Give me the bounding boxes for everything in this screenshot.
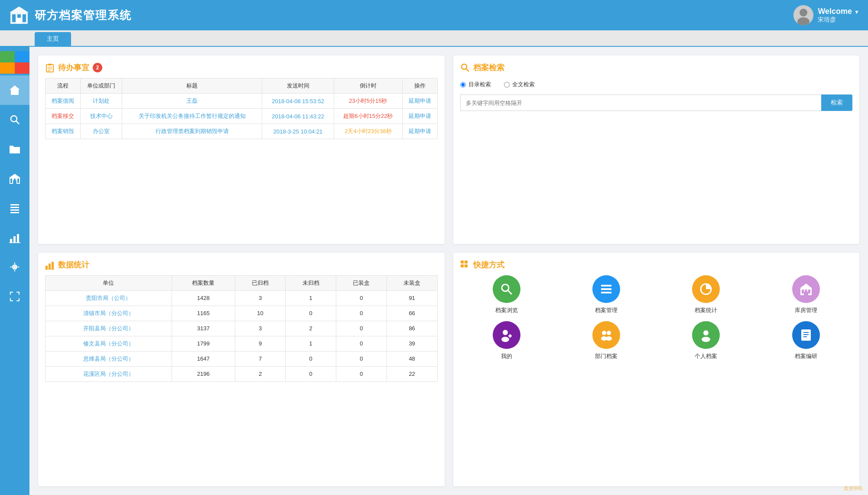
col-sendtime: 发送时间 [262, 78, 334, 94]
sidebar-color-tiles [0, 51, 29, 74]
cell-unboxed: 91 [387, 290, 437, 306]
cell-title[interactable]: 王磊 [122, 94, 262, 109]
tab-bar: 主页 [0, 30, 868, 47]
cell-total: 1647 [172, 351, 235, 366]
shortcut-label-7: 档案编研 [795, 352, 817, 360]
search-input-row: 检索 [460, 94, 853, 111]
username-label: 宋培彦 [818, 16, 859, 24]
cell-boxed: 0 [336, 336, 387, 351]
cell-unarchived: 0 [286, 306, 336, 321]
watermark: 盘斐弱电 [844, 485, 863, 492]
cell-dept[interactable]: 技术中心 [80, 109, 122, 124]
cell-sendtime: 2018-3-25 10:04:21 [262, 124, 334, 139]
table-row: 息烽县局（分公司） 1647 7 0 0 48 [46, 351, 438, 366]
cell-action[interactable]: 延期申请 [402, 109, 437, 124]
sidebar-item-archive[interactable] [0, 164, 29, 193]
shortcuts-title: 快捷方式 [460, 260, 853, 270]
shortcut-item-部门档案[interactable]: 部门档案 [560, 321, 653, 360]
col-action: 操作 [402, 78, 437, 94]
app-title: 研方档案管理系统 [35, 8, 132, 23]
cell-title[interactable]: 关于印发机关公务接待工作暂行规定的通知 [122, 109, 262, 124]
shortcuts-section: 快捷方式 档案浏览 档案管理 档案统计 库房管理 我的 部门档案 [453, 253, 860, 487]
shortcut-item-库房管理[interactable]: 库房管理 [760, 275, 852, 314]
shortcut-item-档案管理[interactable]: 档案管理 [560, 275, 653, 314]
svg-marker-4 [10, 7, 29, 13]
svg-rect-48 [601, 292, 611, 293]
svg-rect-5 [16, 18, 22, 24]
shortcut-item-档案统计[interactable]: 档案统计 [660, 275, 752, 314]
sidebar-item-search[interactable] [0, 105, 29, 134]
cell-dept[interactable]: 计划处 [80, 94, 122, 109]
sidebar-item-folder[interactable] [0, 134, 29, 164]
cell-unboxed: 39 [387, 336, 437, 351]
svg-point-34 [462, 64, 467, 69]
header-left: 研方档案管理系统 [9, 5, 132, 26]
table-row: 贵阳市局（公司） 1428 3 1 0 91 [46, 290, 438, 306]
search-button[interactable]: 检索 [821, 94, 852, 111]
svg-rect-24 [17, 234, 19, 243]
svg-rect-40 [461, 261, 464, 264]
cell-total: 2196 [172, 366, 235, 381]
cell-unit[interactable]: 花溪区局（分公司） [46, 366, 172, 381]
cell-unit[interactable]: 贵阳市局（公司） [46, 290, 172, 306]
search-icon [460, 63, 470, 72]
svg-rect-38 [52, 262, 54, 269]
user-info: Welcome ▼ 宋培彦 [818, 7, 859, 24]
cell-unit[interactable]: 开阳县局（分公司） [46, 321, 172, 336]
cell-action[interactable]: 延期申请 [402, 94, 437, 109]
clipboard-icon [45, 63, 55, 72]
radio-fulltext[interactable]: 全文检索 [504, 81, 535, 88]
cell-unboxed: 86 [387, 321, 437, 336]
svg-rect-36 [46, 266, 48, 269]
cell-unit[interactable]: 清镇市局（分公司） [46, 306, 172, 321]
radio-group: 目录检索 全文检索 [460, 81, 853, 88]
search-input[interactable] [460, 94, 822, 111]
welcome-label: Welcome ▼ [818, 7, 859, 16]
sidebar-item-stats[interactable] [0, 223, 29, 252]
cell-title[interactable]: 行政管理类档案到期销毁申请 [122, 124, 262, 139]
cell-unarchived: 0 [286, 351, 336, 366]
cell-countdown: 23小时5分15秒 [334, 94, 403, 109]
stats-col-boxed: 已装盒 [336, 275, 387, 290]
cell-boxed: 0 [336, 321, 387, 336]
col-title: 标题 [122, 78, 262, 94]
cell-unboxed: 66 [387, 306, 437, 321]
cell-unit[interactable]: 息烽县局（分公司） [46, 351, 172, 366]
sidebar-item-list[interactable] [0, 193, 29, 223]
svg-rect-41 [465, 261, 468, 264]
radio-catalog-input[interactable] [460, 82, 466, 88]
sidebar-item-home[interactable] [0, 75, 29, 105]
color-tile-red [15, 62, 29, 74]
cell-unarchived: 1 [286, 290, 336, 306]
sidebar-item-fullscreen[interactable] [0, 282, 29, 311]
radio-fulltext-input[interactable] [504, 82, 510, 88]
svg-point-65 [702, 337, 710, 342]
logo-icon [9, 5, 29, 26]
user-menu[interactable]: Welcome ▼ 宋培彦 [793, 5, 859, 25]
cell-dept[interactable]: 办公室 [80, 124, 122, 139]
svg-line-45 [508, 290, 512, 294]
search-section: 档案检索 目录检索 全文检索 检索 [453, 55, 860, 244]
cell-action[interactable]: 延期申请 [402, 124, 437, 139]
cell-unarchived: 2 [286, 321, 336, 336]
svg-point-7 [800, 9, 807, 16]
shortcut-item-个人档案[interactable]: 个人档案 [660, 321, 752, 360]
cell-flow[interactable]: 档案借阅 [46, 94, 81, 109]
shortcut-item-我的[interactable]: 我的 [460, 321, 553, 360]
svg-rect-30 [48, 64, 52, 65]
tab-home[interactable]: 主页 [35, 32, 71, 46]
cell-flow[interactable]: 档案移交 [46, 109, 81, 124]
sidebar-item-settings[interactable] [0, 252, 29, 282]
pending-title: 待办事宜 2 [45, 62, 438, 73]
shortcut-item-档案编研[interactable]: 档案编研 [760, 321, 852, 360]
svg-rect-42 [461, 264, 464, 267]
cell-flow[interactable]: 档案销毁 [46, 124, 81, 139]
stats-section: 数据统计 单位 档案数量 已归档 未归档 已装盒 未装盒 贵阳市局（公司） 14… [38, 253, 445, 487]
svg-rect-19 [10, 207, 19, 208]
shortcut-item-档案浏览[interactable]: 档案浏览 [460, 275, 553, 314]
cell-unit[interactable]: 修文县局（分公司） [46, 336, 172, 351]
sidebar [0, 47, 29, 495]
radio-catalog[interactable]: 目录检索 [460, 81, 491, 88]
svg-rect-23 [13, 236, 16, 243]
color-tile-orange [0, 62, 15, 74]
